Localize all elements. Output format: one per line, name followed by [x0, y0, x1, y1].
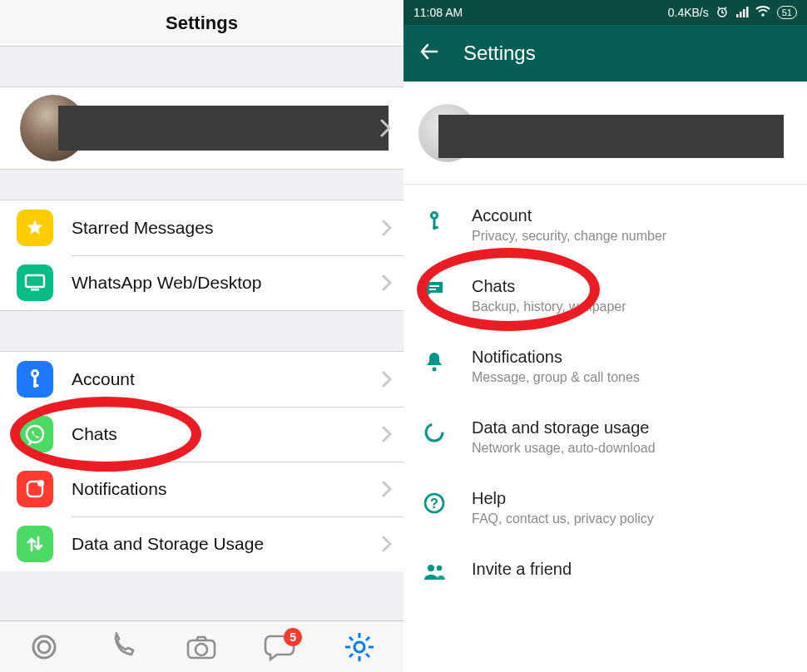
row-title: Help	[472, 489, 654, 508]
android-settings-screen: 11:08 AM 0.4KB/s 51 Settings Account Pri…	[404, 0, 807, 672]
row-chats[interactable]: Chats Backup, history, wallpaper	[404, 260, 807, 331]
chevron-right-icon	[382, 481, 392, 497]
bell-icon	[422, 351, 447, 373]
row-subtitle: Network usage, auto-download	[472, 441, 656, 456]
row-subtitle: Message, group & call tones	[472, 370, 640, 385]
row-label: Data and Storage Usage	[72, 534, 382, 554]
row-label: WhatsApp Web/Desktop	[72, 273, 382, 293]
row-subtitle: FAQ, contact us, privacy policy	[472, 511, 654, 526]
row-subtitle: Privacy, security, change number	[472, 229, 666, 244]
row-label: Notifications	[72, 479, 382, 499]
redacted-name	[58, 106, 389, 151]
row-subtitle: Backup, history, wallpaper	[472, 299, 626, 314]
row-label: Chats	[72, 424, 382, 444]
svg-rect-24	[740, 12, 742, 17]
chats-badge: 5	[284, 628, 302, 646]
status-time: 11:08 AM	[413, 6, 463, 19]
tab-calls[interactable]	[100, 632, 146, 662]
row-title: Notifications	[472, 348, 640, 367]
svg-point-12	[196, 644, 207, 655]
tab-camera[interactable]	[178, 634, 225, 660]
alarm-icon	[715, 5, 729, 21]
tab-status[interactable]	[21, 632, 67, 662]
section-general: Starred Messages WhatsApp Web/Desktop	[0, 200, 404, 311]
row-account[interactable]: Account Privacy, security, change number	[404, 190, 807, 260]
row-data-storage[interactable]: Data and storage usage Network usage, au…	[404, 402, 807, 472]
ios-header: Settings	[0, 0, 404, 47]
svg-line-18	[349, 637, 353, 640]
star-icon	[17, 210, 53, 246]
tab-chats[interactable]: 5	[257, 633, 304, 661]
svg-point-38	[428, 565, 434, 571]
wifi-icon	[755, 6, 770, 20]
chevron-right-icon	[382, 274, 392, 291]
row-title: Invite a friend	[472, 560, 572, 579]
row-data-storage[interactable]: Data and Storage Usage	[0, 516, 404, 571]
settings-list: Account Privacy, security, change number…	[404, 185, 807, 604]
row-notifications[interactable]: Notifications Message, group & call tone…	[404, 331, 807, 402]
people-icon	[422, 563, 447, 580]
row-title: Account	[472, 206, 666, 225]
row-label: Account	[72, 369, 382, 389]
svg-rect-0	[26, 275, 44, 287]
svg-line-19	[366, 654, 369, 657]
svg-rect-23	[736, 14, 739, 17]
desktop-icon	[17, 264, 53, 301]
row-label: Starred Messages	[72, 218, 382, 238]
svg-point-27	[761, 13, 765, 17]
svg-line-21	[349, 654, 353, 657]
svg-point-3	[33, 372, 37, 375]
profile-row[interactable]	[404, 82, 807, 185]
notification-icon	[17, 471, 53, 507]
svg-rect-33	[429, 289, 436, 290]
profile-row[interactable]	[0, 86, 404, 170]
svg-point-6	[27, 426, 43, 442]
chevron-right-icon	[382, 536, 392, 552]
svg-point-29	[433, 214, 436, 217]
page-title: Settings	[166, 12, 238, 34]
app-bar: Settings	[404, 25, 807, 82]
svg-rect-1	[31, 289, 39, 291]
row-title: Chats	[472, 277, 626, 296]
ios-settings-screen: Settings Starred Messages WhatsApp Web/D…	[0, 0, 404, 672]
row-help[interactable]: ? Help FAQ, contact us, privacy policy	[404, 472, 807, 543]
chevron-right-icon	[382, 426, 392, 442]
svg-text:?: ?	[430, 497, 438, 511]
row-starred-messages[interactable]: Starred Messages	[0, 200, 404, 255]
row-title: Data and storage usage	[472, 418, 656, 437]
row-whatsapp-web[interactable]: WhatsApp Web/Desktop	[0, 255, 404, 310]
svg-point-34	[433, 368, 437, 372]
svg-rect-26	[746, 7, 749, 17]
row-notifications[interactable]: Notifications	[0, 462, 404, 516]
row-chats[interactable]: Chats	[0, 407, 404, 462]
whatsapp-icon	[17, 416, 53, 452]
status-bar: 11:08 AM 0.4KB/s 51	[404, 0, 807, 25]
row-account[interactable]: Account	[0, 352, 404, 407]
svg-rect-32	[429, 285, 439, 287]
svg-point-39	[437, 566, 442, 571]
svg-rect-31	[433, 226, 438, 229]
svg-line-20	[366, 637, 369, 640]
back-button[interactable]	[418, 41, 440, 66]
svg-point-9	[33, 636, 55, 658]
section-preferences: Account Chats Notifications Data and Sto…	[0, 351, 404, 571]
svg-point-35	[426, 424, 443, 441]
tab-bar: 5	[0, 620, 404, 672]
help-icon: ?	[422, 492, 447, 514]
svg-rect-25	[743, 9, 745, 17]
signal-icon	[735, 6, 749, 20]
battery-indicator: 51	[777, 6, 797, 19]
tab-settings[interactable]	[336, 631, 383, 663]
svg-point-10	[38, 641, 50, 653]
chevron-right-icon	[382, 220, 392, 236]
row-invite-friend[interactable]: Invite a friend	[404, 543, 807, 599]
chevron-right-icon	[380, 119, 392, 137]
data-arrows-icon	[17, 526, 53, 562]
data-usage-icon	[422, 422, 447, 443]
svg-rect-5	[33, 384, 38, 387]
chevron-right-icon	[382, 371, 392, 388]
svg-point-13	[354, 642, 364, 652]
page-title: Settings	[463, 42, 536, 65]
status-speed: 0.4KB/s	[668, 6, 709, 19]
key-icon	[422, 210, 447, 233]
